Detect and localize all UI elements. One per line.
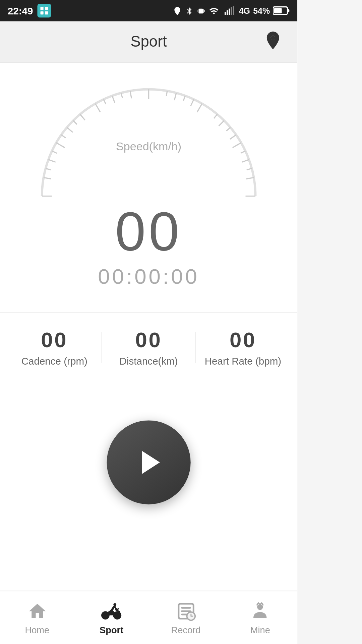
speedometer-container: Speed(km/h) 00 00:00:00 (0, 63, 297, 312)
svg-text:Speed(km/h): Speed(km/h) (116, 140, 181, 153)
svg-rect-0 (41, 7, 44, 10)
svg-line-26 (112, 96, 115, 103)
svg-line-31 (174, 93, 176, 100)
speed-value: 00 (115, 204, 182, 259)
battery-percent: 54% (253, 6, 270, 15)
location-icon (173, 6, 183, 16)
svg-line-35 (214, 114, 217, 118)
stat-cadence: 00 Cadence (rpm) (8, 328, 101, 367)
app-icon (38, 4, 51, 17)
mine-icon (249, 600, 271, 622)
cadence-label: Cadence (rpm) (21, 356, 87, 367)
svg-line-19 (56, 143, 65, 148)
svg-point-50 (110, 612, 113, 614)
speedometer-svg: Speed(km/h) (27, 78, 271, 204)
svg-line-23 (80, 114, 85, 120)
nav-label-record: Record (171, 625, 200, 635)
svg-rect-8 (231, 7, 232, 14)
stats-row: 00 Cadence (rpm) 00 Distance(km) 00 Hear… (0, 312, 297, 382)
status-bar: 22:49 4G 54% (0, 0, 297, 21)
signal-icon (223, 6, 236, 16)
svg-rect-52 (181, 607, 191, 608)
svg-rect-6 (227, 10, 228, 14)
svg-line-17 (48, 160, 55, 162)
wifi-icon (208, 6, 220, 16)
map-person-icon[interactable] (262, 30, 284, 54)
svg-point-13 (271, 35, 275, 40)
play-button[interactable] (107, 420, 190, 504)
app-container: 22:49 4G 54% Sport (0, 0, 297, 644)
nav-item-sport[interactable]: Sport (74, 594, 149, 641)
distance-value: 00 (135, 328, 162, 353)
header: Sport (0, 21, 297, 63)
status-time: 22:49 (8, 5, 33, 16)
status-right: 4G 54% (173, 6, 290, 16)
signal-4g: 4G (239, 6, 250, 15)
svg-line-36 (219, 120, 224, 126)
svg-line-38 (230, 135, 236, 139)
svg-line-21 (67, 127, 73, 132)
svg-line-39 (233, 143, 241, 148)
vibrate-icon (197, 6, 205, 16)
svg-line-28 (130, 91, 131, 98)
sport-cyclist-icon (101, 600, 122, 622)
battery-icon (273, 6, 290, 15)
svg-rect-7 (229, 8, 230, 14)
main-content: Speed(km/h) 00 00:00:00 00 Cadence (rpm)… (0, 63, 297, 644)
play-icon (136, 447, 166, 478)
cadence-value: 00 (41, 328, 68, 353)
speedometer-dial: Speed(km/h) (27, 78, 271, 204)
status-left: 22:49 (8, 4, 51, 17)
heartrate-value: 00 (230, 328, 256, 353)
record-icon (175, 600, 197, 622)
play-button-container (107, 420, 190, 504)
nav-item-home[interactable]: Home (0, 594, 74, 641)
svg-line-41 (242, 160, 249, 162)
svg-line-15 (44, 177, 51, 179)
distance-label: Distance(km) (120, 356, 178, 367)
svg-rect-12 (274, 8, 282, 13)
svg-line-33 (191, 99, 194, 106)
svg-line-37 (226, 127, 230, 131)
svg-line-34 (197, 104, 202, 112)
home-icon (26, 600, 48, 622)
svg-rect-1 (45, 7, 48, 10)
svg-line-22 (73, 120, 77, 124)
nav-item-mine[interactable]: Mine (223, 594, 297, 641)
svg-rect-2 (41, 11, 44, 14)
heartrate-label: Heart Rate (bpm) (205, 356, 281, 367)
page-title: Sport (130, 33, 167, 50)
svg-marker-46 (142, 451, 160, 474)
bluetooth-icon (185, 6, 194, 16)
nav-label-sport: Sport (100, 625, 123, 635)
bottom-nav: Home (0, 591, 297, 644)
timer-value: 00:00:00 (98, 265, 199, 289)
svg-line-43 (246, 177, 254, 179)
svg-rect-3 (45, 11, 48, 14)
stat-heartrate: 00 Heart Rate (bpm) (196, 328, 290, 367)
svg-rect-11 (288, 9, 290, 12)
nav-label-home: Home (25, 625, 49, 635)
svg-line-20 (61, 135, 66, 138)
svg-line-24 (95, 104, 100, 112)
stat-distance: 00 Distance(km) (102, 328, 195, 367)
nav-label-mine: Mine (250, 625, 270, 635)
nav-item-record[interactable]: Record (149, 594, 223, 641)
svg-rect-9 (233, 6, 234, 14)
svg-rect-5 (225, 11, 226, 14)
